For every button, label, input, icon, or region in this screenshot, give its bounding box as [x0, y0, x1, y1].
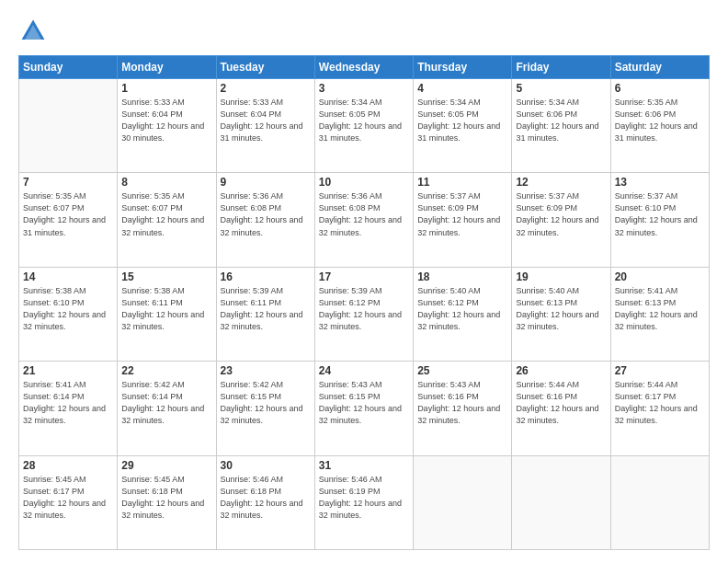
weekday-thursday: Thursday — [414, 56, 512, 79]
header — [18, 17, 710, 46]
day-number: 1 — [121, 82, 211, 95]
cell-info: Sunrise: 5:39 AMSunset: 6:12 PMDaylight:… — [319, 285, 409, 333]
day-number: 6 — [615, 82, 705, 95]
weekday-saturday: Saturday — [610, 56, 709, 79]
day-number: 19 — [516, 270, 606, 283]
calendar-week-4: 21Sunrise: 5:41 AMSunset: 6:14 PMDayligh… — [19, 362, 710, 455]
day-number: 27 — [615, 364, 705, 377]
calendar-cell: 22Sunrise: 5:42 AMSunset: 6:14 PMDayligh… — [118, 362, 216, 455]
cell-info: Sunrise: 5:33 AMSunset: 6:04 PMDaylight:… — [121, 97, 211, 144]
cell-info: Sunrise: 5:35 AMSunset: 6:07 PMDaylight:… — [23, 190, 113, 238]
day-number: 24 — [319, 364, 409, 377]
cell-info: Sunrise: 5:44 AMSunset: 6:16 PMDaylight:… — [516, 379, 606, 427]
calendar-cell: 13Sunrise: 5:37 AMSunset: 6:10 PMDayligh… — [610, 173, 709, 267]
day-number: 14 — [23, 270, 113, 283]
cell-info: Sunrise: 5:34 AMSunset: 6:05 PMDaylight:… — [319, 97, 409, 144]
calendar-cell: 30Sunrise: 5:46 AMSunset: 6:18 PMDayligh… — [216, 455, 314, 549]
day-number: 20 — [615, 270, 705, 283]
cell-info: Sunrise: 5:43 AMSunset: 6:16 PMDaylight:… — [417, 379, 507, 427]
cell-info: Sunrise: 5:37 AMSunset: 6:09 PMDaylight:… — [516, 190, 606, 238]
cell-info: Sunrise: 5:35 AMSunset: 6:07 PMDaylight:… — [121, 190, 211, 238]
cell-info: Sunrise: 5:35 AMSunset: 6:06 PMDaylight:… — [615, 97, 705, 144]
calendar-cell: 3Sunrise: 5:34 AMSunset: 6:05 PMDaylight… — [314, 79, 413, 173]
day-number: 8 — [121, 176, 211, 189]
day-number: 3 — [319, 82, 409, 95]
weekday-friday: Friday — [512, 56, 610, 79]
day-number: 23 — [221, 364, 311, 377]
calendar-cell: 15Sunrise: 5:38 AMSunset: 6:11 PMDayligh… — [118, 267, 216, 361]
day-number: 12 — [516, 176, 606, 189]
calendar-cell: 7Sunrise: 5:35 AMSunset: 6:07 PMDaylight… — [19, 173, 118, 267]
day-number: 31 — [319, 459, 409, 472]
cell-info: Sunrise: 5:42 AMSunset: 6:14 PMDaylight:… — [121, 379, 211, 427]
calendar-cell — [414, 455, 512, 549]
day-number: 17 — [319, 270, 409, 283]
weekday-monday: Monday — [118, 56, 216, 79]
calendar-table: SundayMondayTuesdayWednesdayThursdayFrid… — [18, 55, 710, 550]
cell-info: Sunrise: 5:45 AMSunset: 6:18 PMDaylight:… — [121, 474, 211, 522]
cell-info: Sunrise: 5:36 AMSunset: 6:08 PMDaylight:… — [221, 190, 311, 238]
day-number: 30 — [221, 459, 311, 472]
calendar-cell: 12Sunrise: 5:37 AMSunset: 6:09 PMDayligh… — [512, 173, 610, 267]
logo — [18, 17, 53, 46]
logo-icon — [18, 17, 48, 46]
calendar-cell: 2Sunrise: 5:33 AMSunset: 6:04 PMDaylight… — [216, 79, 314, 173]
cell-info: Sunrise: 5:41 AMSunset: 6:13 PMDaylight:… — [615, 285, 705, 333]
calendar-cell: 29Sunrise: 5:45 AMSunset: 6:18 PMDayligh… — [118, 455, 216, 549]
calendar-cell: 11Sunrise: 5:37 AMSunset: 6:09 PMDayligh… — [414, 173, 512, 267]
cell-info: Sunrise: 5:40 AMSunset: 6:12 PMDaylight:… — [417, 285, 507, 333]
weekday-wednesday: Wednesday — [314, 56, 413, 79]
calendar-cell: 31Sunrise: 5:46 AMSunset: 6:19 PMDayligh… — [314, 455, 413, 549]
cell-info: Sunrise: 5:37 AMSunset: 6:10 PMDaylight:… — [615, 190, 705, 238]
calendar-cell: 26Sunrise: 5:44 AMSunset: 6:16 PMDayligh… — [512, 362, 610, 455]
day-number: 15 — [121, 270, 211, 283]
page: SundayMondayTuesdayWednesdayThursdayFrid… — [0, 0, 728, 563]
day-number: 13 — [615, 176, 705, 189]
day-number: 21 — [23, 364, 113, 377]
calendar-cell: 28Sunrise: 5:45 AMSunset: 6:17 PMDayligh… — [19, 455, 118, 549]
calendar-cell: 19Sunrise: 5:40 AMSunset: 6:13 PMDayligh… — [512, 267, 610, 361]
calendar-cell: 14Sunrise: 5:38 AMSunset: 6:10 PMDayligh… — [19, 267, 118, 361]
calendar-cell — [19, 79, 118, 173]
cell-info: Sunrise: 5:39 AMSunset: 6:11 PMDaylight:… — [221, 285, 311, 333]
day-number: 2 — [221, 82, 311, 95]
cell-info: Sunrise: 5:38 AMSunset: 6:11 PMDaylight:… — [121, 285, 211, 333]
calendar-week-1: 1Sunrise: 5:33 AMSunset: 6:04 PMDaylight… — [19, 79, 710, 173]
calendar-cell — [610, 455, 709, 549]
calendar-cell: 25Sunrise: 5:43 AMSunset: 6:16 PMDayligh… — [414, 362, 512, 455]
cell-info: Sunrise: 5:43 AMSunset: 6:15 PMDaylight:… — [319, 379, 409, 427]
weekday-tuesday: Tuesday — [216, 56, 314, 79]
cell-info: Sunrise: 5:38 AMSunset: 6:10 PMDaylight:… — [23, 285, 113, 333]
day-number: 22 — [121, 364, 211, 377]
cell-info: Sunrise: 5:36 AMSunset: 6:08 PMDaylight:… — [319, 190, 409, 238]
calendar-cell: 8Sunrise: 5:35 AMSunset: 6:07 PMDaylight… — [118, 173, 216, 267]
weekday-header-row: SundayMondayTuesdayWednesdayThursdayFrid… — [19, 56, 710, 79]
cell-info: Sunrise: 5:46 AMSunset: 6:19 PMDaylight:… — [319, 474, 409, 522]
day-number: 5 — [516, 82, 606, 95]
day-number: 18 — [417, 270, 507, 283]
day-number: 28 — [23, 459, 113, 472]
calendar-cell: 18Sunrise: 5:40 AMSunset: 6:12 PMDayligh… — [414, 267, 512, 361]
calendar-cell: 21Sunrise: 5:41 AMSunset: 6:14 PMDayligh… — [19, 362, 118, 455]
cell-info: Sunrise: 5:40 AMSunset: 6:13 PMDaylight:… — [516, 285, 606, 333]
day-number: 11 — [417, 176, 507, 189]
calendar-cell: 5Sunrise: 5:34 AMSunset: 6:06 PMDaylight… — [512, 79, 610, 173]
cell-info: Sunrise: 5:34 AMSunset: 6:06 PMDaylight:… — [516, 97, 606, 144]
calendar-cell: 1Sunrise: 5:33 AMSunset: 6:04 PMDaylight… — [118, 79, 216, 173]
calendar-week-2: 7Sunrise: 5:35 AMSunset: 6:07 PMDaylight… — [19, 173, 710, 267]
calendar-cell: 17Sunrise: 5:39 AMSunset: 6:12 PMDayligh… — [314, 267, 413, 361]
cell-info: Sunrise: 5:41 AMSunset: 6:14 PMDaylight:… — [23, 379, 113, 427]
calendar-cell: 24Sunrise: 5:43 AMSunset: 6:15 PMDayligh… — [314, 362, 413, 455]
day-number: 10 — [319, 176, 409, 189]
calendar-cell: 9Sunrise: 5:36 AMSunset: 6:08 PMDaylight… — [216, 173, 314, 267]
calendar-cell: 27Sunrise: 5:44 AMSunset: 6:17 PMDayligh… — [610, 362, 709, 455]
day-number: 7 — [23, 176, 113, 189]
day-number: 9 — [221, 176, 311, 189]
day-number: 26 — [516, 364, 606, 377]
day-number: 25 — [417, 364, 507, 377]
day-number: 29 — [121, 459, 211, 472]
cell-info: Sunrise: 5:45 AMSunset: 6:17 PMDaylight:… — [23, 474, 113, 522]
calendar-cell — [512, 455, 610, 549]
cell-info: Sunrise: 5:33 AMSunset: 6:04 PMDaylight:… — [221, 97, 311, 144]
calendar-cell: 6Sunrise: 5:35 AMSunset: 6:06 PMDaylight… — [610, 79, 709, 173]
